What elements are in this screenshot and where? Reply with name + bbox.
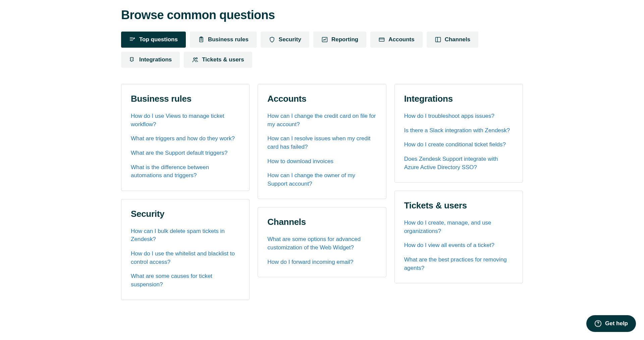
svg-point-5: [194, 58, 195, 59]
card-links: How can I change the credit card on file…: [267, 112, 376, 188]
svg-rect-4: [435, 37, 440, 42]
tab-label: Integrations: [139, 56, 172, 63]
get-help-label: Get help: [605, 320, 628, 327]
card-links: How can I bulk delete spam tickets in Ze…: [131, 227, 240, 289]
list-item: What are some causes for ticket suspensi…: [131, 272, 240, 289]
card-links: How do I create, manage, and use organiz…: [404, 219, 513, 272]
puzzle-icon: [129, 56, 136, 63]
card-title: Security: [131, 209, 240, 219]
question-link[interactable]: How do I view all events of a ticket?: [404, 242, 494, 248]
list-item: How do I troubleshoot apps issues?: [404, 112, 513, 120]
tab-integrations[interactable]: Integrations: [121, 52, 180, 68]
tab-label: Tickets & users: [202, 56, 244, 63]
clipboard-icon: [198, 36, 205, 43]
tab-tickets-users[interactable]: Tickets & users: [184, 52, 252, 68]
list-item: What are the best practices for removing…: [404, 256, 513, 272]
chart-icon: [321, 36, 328, 43]
question-link[interactable]: What are some options for advanced custo…: [267, 236, 361, 251]
card-accounts: AccountsHow can I change the credit card…: [258, 84, 386, 199]
question-link[interactable]: How can I change the credit card on file…: [267, 113, 376, 128]
column: AccountsHow can I change the credit card…: [258, 84, 386, 277]
page-title: Browse common questions: [121, 8, 523, 22]
tab-bar: Top questionsBusiness rulesSecurityRepor…: [121, 32, 523, 68]
card-integrations: IntegrationsHow do I troubleshoot apps i…: [394, 84, 523, 183]
question-link[interactable]: How do I create conditional ticket field…: [404, 141, 506, 148]
question-link[interactable]: What are the Support default triggers?: [131, 150, 227, 156]
list-item: How do I use Views to manage ticket work…: [131, 112, 240, 129]
tab-label: Security: [279, 36, 301, 43]
list-item: How do I create conditional ticket field…: [404, 141, 513, 149]
tab-label: Channels: [445, 36, 471, 43]
get-help-button[interactable]: Get help: [586, 315, 636, 332]
list-item: Is there a Slack integration with Zendes…: [404, 127, 513, 135]
question-link[interactable]: How to download invoices: [267, 158, 333, 164]
question-link[interactable]: What are some causes for ticket suspensi…: [131, 273, 212, 288]
card-links: What are some options for advanced custo…: [267, 235, 376, 266]
list-item: How do I use the whitelist and blacklist…: [131, 250, 240, 266]
question-link[interactable]: What are triggers and how do they work?: [131, 135, 235, 142]
list-item: What is the difference between automatio…: [131, 163, 240, 180]
question-link[interactable]: How do I use the whitelist and blacklist…: [131, 250, 235, 265]
question-link[interactable]: How can I bulk delete spam tickets in Ze…: [131, 228, 225, 243]
tab-label: Reporting: [331, 36, 358, 43]
list-item: How to download invoices: [267, 157, 376, 166]
tab-label: Accounts: [388, 36, 414, 43]
tab-security[interactable]: Security: [261, 32, 309, 48]
cards-grid: Business rulesHow do I use Views to mana…: [121, 84, 523, 300]
list-item: How can I change the owner of my Support…: [267, 172, 376, 188]
list-item: What are triggers and how do they work?: [131, 135, 240, 143]
card-security: SecurityHow can I bulk delete spam ticke…: [121, 199, 250, 300]
list-item: How do I forward incoming email?: [267, 258, 376, 266]
top-icon: [129, 36, 136, 43]
question-link[interactable]: What are the best practices for removing…: [404, 256, 507, 271]
panels-icon: [435, 36, 441, 43]
card-business-rules: Business rulesHow do I use Views to mana…: [121, 84, 250, 191]
tab-label: Business rules: [208, 36, 249, 43]
question-link[interactable]: How do I forward incoming email?: [267, 259, 353, 265]
list-item: How do I create, manage, and use organiz…: [404, 219, 513, 235]
list-item: How can I bulk delete spam tickets in Ze…: [131, 227, 240, 244]
tab-business-rules[interactable]: Business rules: [190, 32, 257, 48]
card-tickets-users: Tickets & usersHow do I create, manage, …: [394, 191, 523, 283]
list-item: How can I change the credit card on file…: [267, 112, 376, 129]
question-link[interactable]: How do I use Views to manage ticket work…: [131, 113, 224, 128]
card-channels: ChannelsWhat are some options for advanc…: [258, 207, 386, 277]
tab-channels[interactable]: Channels: [427, 32, 479, 48]
question-link[interactable]: Does Zendesk Support integrate with Azur…: [404, 156, 498, 171]
svg-point-8: [598, 325, 598, 326]
card-title: Tickets & users: [404, 200, 513, 211]
column: Business rulesHow do I use Views to mana…: [121, 84, 250, 300]
card-title: Integrations: [404, 94, 513, 104]
tab-label: Top questions: [139, 36, 178, 43]
question-link[interactable]: How do I create, manage, and use organiz…: [404, 220, 491, 234]
list-item: How do I view all events of a ticket?: [404, 241, 513, 250]
list-item: Does Zendesk Support integrate with Azur…: [404, 155, 513, 172]
tab-accounts[interactable]: Accounts: [370, 32, 422, 48]
tab-top-questions[interactable]: Top questions: [121, 32, 186, 48]
question-link[interactable]: How can I resolve issues when my credit …: [267, 135, 370, 150]
list-item: How can I resolve issues when my credit …: [267, 135, 376, 151]
card-title: Accounts: [267, 94, 376, 104]
users-icon: [192, 56, 199, 63]
card-title: Business rules: [131, 94, 240, 104]
list-item: What are the Support default triggers?: [131, 149, 240, 157]
svg-rect-3: [379, 38, 384, 41]
help-icon: [594, 320, 602, 327]
card-links: How do I troubleshoot apps issues?Is the…: [404, 112, 513, 172]
question-link[interactable]: What is the difference between automatio…: [131, 164, 209, 179]
question-link[interactable]: How do I troubleshoot apps issues?: [404, 113, 494, 119]
question-link[interactable]: Is there a Slack integration with Zendes…: [404, 127, 510, 134]
column: IntegrationsHow do I troubleshoot apps i…: [394, 84, 523, 283]
tab-reporting[interactable]: Reporting: [313, 32, 366, 48]
svg-point-6: [196, 58, 197, 59]
card-links: How do I use Views to manage ticket work…: [131, 112, 240, 180]
shield-icon: [269, 36, 275, 43]
list-item: What are some options for advanced custo…: [267, 235, 376, 252]
question-link[interactable]: How can I change the owner of my Support…: [267, 172, 355, 187]
card-title: Channels: [267, 217, 376, 227]
card-icon: [378, 36, 385, 43]
